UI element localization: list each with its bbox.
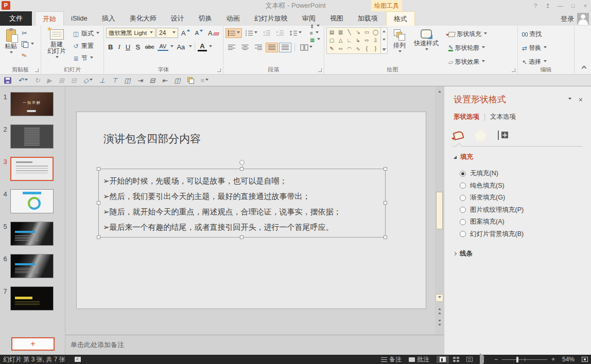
align-text-button[interactable]: ≡ [309,30,321,36]
left-brace-icon[interactable]: { [362,45,371,53]
slideshow-view-button[interactable] [477,355,487,364]
clear-formatting-button[interactable]: A [206,29,221,38]
right-arrow-icon[interactable]: ⇨ [362,37,371,45]
scroll-up-button[interactable] [436,87,443,95]
normal-view-button[interactable] [437,356,449,363]
elbow-arrow-icon[interactable]: ↳ [354,37,362,45]
text-box-icon[interactable]: ▤ [327,28,336,37]
pane-close-icon[interactable]: × [579,96,583,104]
fill-section-header[interactable]: 填充 [454,153,583,161]
slide-list-item[interactable]: 5 [0,222,65,246]
vertical-scrollbar[interactable] [435,86,444,335]
scroll-down-button[interactable] [436,294,443,302]
oval-icon[interactable]: ◯ [371,28,380,37]
fill-option-none[interactable]: 无填充(N) [460,168,583,180]
font-color-button[interactable]: A [198,42,206,51]
group-objects-icon[interactable]: ⊞ [59,77,64,84]
radio-icon[interactable] [460,231,466,237]
italic-button[interactable]: I [116,42,122,51]
zoom-in-button[interactable]: + [551,356,555,363]
avatar[interactable] [577,13,589,25]
rectangle-icon[interactable]: ▭ [362,28,371,37]
collapse-ribbon-icon[interactable] [582,66,587,71]
sign-in-link[interactable]: 登录 [561,14,574,24]
slide-thumbnail-1[interactable]: 一知半解 [10,92,54,116]
save-icon[interactable] [4,77,11,84]
tab-text-options[interactable]: 文本选项 [490,113,516,121]
align-top-icon[interactable]: ⊤ [112,77,117,84]
layout-button[interactable]: ◫版式 [70,28,101,39]
numbering-button[interactable] [243,28,259,38]
align-middle-icon[interactable]: ⊟ [149,77,155,84]
shape-outline-button[interactable]: ✎形状轮廓 [446,43,489,53]
scribble-icon[interactable]: ∾ [336,45,345,53]
paragraph-dialog-launcher[interactable] [318,68,322,72]
tab-insert[interactable]: 插入 [95,11,123,26]
resize-handle-e[interactable] [384,201,387,205]
slide-thumbnail-5[interactable] [10,222,54,246]
resize-handle-nw[interactable] [97,167,100,171]
close-icon[interactable]: × [583,3,588,9]
undo-icon[interactable]: ↶ [18,77,28,84]
tab-format[interactable]: 格式 [386,11,415,26]
notes-pane[interactable]: 单击此处添加备注 [65,335,444,355]
new-slide-button[interactable]: 新建 幻灯片 [43,27,70,65]
section-button[interactable]: ≣节 [70,53,101,64]
rotation-handle[interactable] [239,160,245,165]
slide-list-item[interactable]: 7 [0,286,65,311]
ribbon-display-options-icon[interactable]: ↥ [545,3,550,9]
fill-option-solid[interactable]: 纯色填充(S) [460,180,583,192]
fill-option-background[interactable]: 幻灯片背景填充(B) [460,228,583,241]
zoom-percentage[interactable]: 54% [562,356,575,363]
find-button[interactable]: 查找 [520,29,549,40]
ungroup-objects-icon[interactable]: ⊟ [71,77,77,84]
paste-button[interactable]: 粘贴 [2,27,20,65]
minimize-icon[interactable]: — [558,3,563,9]
character-spacing-button[interactable]: AV [158,43,169,51]
strikethrough-button[interactable]: abc [143,43,157,50]
tab-animations[interactable]: 动画 [219,11,247,26]
tab-home[interactable]: 开始 [35,11,64,26]
text-shadow-button[interactable]: S [133,43,142,51]
notes-placeholder[interactable]: 单击此处添加备注 [65,335,444,350]
bullet-line[interactable]: ➢最后来一个有趣的结尾，或者直接引回开头，进行一个首尾呼应。 [103,220,385,235]
copy-button[interactable] [20,40,36,49]
previous-slide-button[interactable] [436,306,443,314]
spell-check-icon[interactable]: ✓ [75,357,81,362]
line-section-header[interactable]: 线条 [454,249,583,258]
tab-view[interactable]: 视图 [323,11,351,26]
fill-option-pattern[interactable]: 图案填充(A) [460,216,583,228]
tab-design[interactable]: 设计 [164,11,192,26]
slide-list-item[interactable]: 2 [0,124,65,149]
resize-handle-n[interactable] [240,167,244,171]
tab-shape-options[interactable]: 形状选项 [454,113,479,121]
next-slide-button[interactable] [436,320,443,327]
add-slide-button[interactable]: + [11,337,55,351]
font-dialog-launcher[interactable] [217,68,221,72]
cut-button[interactable]: ✂ [20,28,36,38]
shrink-font-button[interactable]: A [193,29,205,37]
line-spacing-button[interactable] [287,28,304,38]
align-right-icon[interactable]: ⇥ [137,77,143,84]
slide-canvas[interactable]: 演讲包含四部分内容 ➢开始的时候，先暖场，可以是故事，也可以是自嘲；➢然后，我们… [76,112,426,309]
slide-thumbnail-6[interactable] [10,254,54,278]
align-left-button[interactable] [225,43,238,52]
align-center-button[interactable] [239,43,251,52]
radio-icon[interactable] [460,219,466,225]
slide-list-item[interactable]: 4 [0,189,65,213]
resize-handle-s[interactable] [240,235,244,239]
align-bottom-icon[interactable]: ⊥ [99,77,105,84]
bullet-line[interactable]: ➢随后，就开始今天的重点，阐述观点，合理论证，说事实，摆依据； [103,204,385,220]
radio-icon[interactable] [460,207,466,213]
shape-fill-button[interactable]: 形状填充 [446,29,489,40]
reading-view-button[interactable] [463,356,476,363]
zoom-out-button[interactable]: − [494,356,498,363]
slide-list-item[interactable]: 1 一知半解 [0,92,65,116]
tab-addins[interactable]: 加载项 [351,11,385,26]
justify-button[interactable] [266,43,278,52]
tab-slideshow[interactable]: 幻灯片放映 [247,11,295,26]
bullet-line[interactable]: ➢开始的时候，先暖场，可以是故事，也可以是自嘲； [103,173,385,189]
radio-icon[interactable] [460,171,466,177]
format-painter-button[interactable]: ✎ [20,51,36,60]
elbow-connector-icon[interactable]: ∟ [345,37,354,45]
